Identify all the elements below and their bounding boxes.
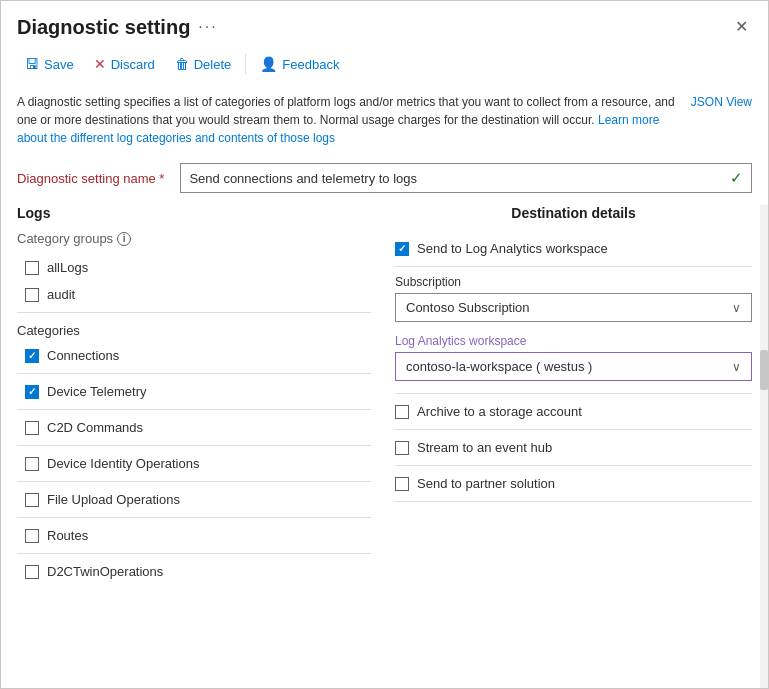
setting-name-label: Diagnostic setting name * (17, 171, 164, 186)
delete-button[interactable]: 🗑 Delete (167, 51, 240, 77)
checkbox-file-upload: File Upload Operations (17, 486, 371, 513)
scrollbar-track (760, 205, 768, 688)
dest-div1 (395, 266, 752, 267)
delete-label: Delete (194, 57, 232, 72)
file-upload-label: File Upload Operations (47, 492, 180, 507)
div1 (17, 373, 371, 374)
partner-checkbox[interactable] (395, 477, 409, 491)
scrollbar-thumb[interactable] (760, 350, 768, 390)
logs-panel: Logs Category groups i allLogs audit Cat… (17, 205, 387, 688)
setting-name-row: Diagnostic setting name * Send connectio… (1, 155, 768, 205)
dest-div3 (395, 429, 752, 430)
valid-check-icon: ✓ (730, 169, 743, 187)
dest-div5 (395, 501, 752, 502)
subscription-dropdown[interactable]: Contoso Subscription ∨ (395, 293, 752, 322)
checkbox-routes: Routes (17, 522, 371, 549)
info-text: A diagnostic setting specifies a list of… (17, 93, 675, 147)
connections-checkbox[interactable] (25, 349, 39, 363)
close-button[interactable]: ✕ (731, 15, 752, 39)
div3 (17, 445, 371, 446)
device-identity-label: Device Identity Operations (47, 456, 199, 471)
checkbox-c2d: C2D Commands (17, 414, 371, 441)
storage-checkbox[interactable] (395, 405, 409, 419)
checkbox-device-telemetry: Device Telemetry (17, 378, 371, 405)
category-groups-label: Category groups i (17, 231, 371, 246)
delete-icon: 🗑 (175, 56, 189, 72)
log-analytics-checkbox[interactable] (395, 242, 409, 256)
discard-label: Discard (111, 57, 155, 72)
workspace-dropdown[interactable]: contoso-la-workspace ( westus ) ∨ (395, 352, 752, 381)
event-hub-row: Stream to an event hub (395, 432, 752, 463)
div6 (17, 553, 371, 554)
feedback-label: Feedback (282, 57, 339, 72)
workspace-group: Log Analytics workspace contoso-la-works… (395, 334, 752, 381)
setting-name-field[interactable]: Send connections and telemetry to logs ✓ (180, 163, 752, 193)
destination-panel: Destination details Send to Log Analytic… (387, 205, 752, 688)
workspace-value: contoso-la-workspace ( westus ) (406, 359, 592, 374)
d2c-twin-checkbox[interactable] (25, 565, 39, 579)
toolbar-separator (245, 54, 246, 74)
title-ellipsis: ··· (198, 18, 217, 36)
groups-divider (17, 312, 371, 313)
storage-label: Archive to a storage account (417, 404, 582, 419)
routes-label: Routes (47, 528, 88, 543)
main-content: Logs Category groups i allLogs audit Cat… (1, 205, 768, 688)
info-icon[interactable]: i (117, 232, 131, 246)
feedback-button[interactable]: 👤 Feedback (252, 51, 347, 77)
checkbox-d2c-twin: D2CTwinOperations (17, 558, 371, 585)
main-area: Logs Category groups i allLogs audit Cat… (1, 205, 768, 688)
info-description: A diagnostic setting specifies a list of… (17, 95, 675, 127)
setting-name-value: Send connections and telemetry to logs (189, 171, 726, 186)
device-identity-checkbox[interactable] (25, 457, 39, 471)
connections-label: Connections (47, 348, 119, 363)
all-logs-label: allLogs (47, 260, 88, 275)
routes-checkbox[interactable] (25, 529, 39, 543)
checkbox-all-logs: allLogs (17, 254, 371, 281)
checkbox-device-identity: Device Identity Operations (17, 450, 371, 477)
c2d-label: C2D Commands (47, 420, 143, 435)
event-hub-label: Stream to an event hub (417, 440, 552, 455)
checkbox-connections: Connections (17, 342, 371, 369)
workspace-label: Log Analytics workspace (395, 334, 752, 348)
workspace-arrow-icon: ∨ (732, 360, 741, 374)
categories-title: Categories (17, 323, 371, 338)
subscription-arrow-icon: ∨ (732, 301, 741, 315)
event-hub-checkbox[interactable] (395, 441, 409, 455)
subscription-group: Subscription Contoso Subscription ∨ (395, 275, 752, 322)
save-label: Save (44, 57, 74, 72)
file-upload-checkbox[interactable] (25, 493, 39, 507)
discard-icon: ✕ (94, 56, 106, 72)
d2c-twin-label: D2CTwinOperations (47, 564, 163, 579)
device-telemetry-label: Device Telemetry (47, 384, 146, 399)
diagnostic-setting-dialog: Diagnostic setting ··· ✕ 🖫 Save ✕ Discar… (0, 0, 769, 689)
div5 (17, 517, 371, 518)
subscription-label: Subscription (395, 275, 752, 289)
destination-section-title: Destination details (395, 205, 752, 221)
dest-div4 (395, 465, 752, 466)
info-bar: A diagnostic setting specifies a list of… (1, 85, 768, 155)
log-analytics-label: Send to Log Analytics workspace (417, 241, 608, 256)
checkbox-audit: audit (17, 281, 371, 308)
toolbar: 🖫 Save ✕ Discard 🗑 Delete 👤 Feedback (1, 47, 768, 85)
save-icon: 🖫 (25, 56, 39, 72)
audit-checkbox[interactable] (25, 288, 39, 302)
all-logs-checkbox[interactable] (25, 261, 39, 275)
save-button[interactable]: 🖫 Save (17, 51, 82, 77)
div4 (17, 481, 371, 482)
dialog-title: Diagnostic setting (17, 16, 190, 39)
c2d-checkbox[interactable] (25, 421, 39, 435)
subscription-value: Contoso Subscription (406, 300, 530, 315)
partner-row: Send to partner solution (395, 468, 752, 499)
dest-div2 (395, 393, 752, 394)
div2 (17, 409, 371, 410)
device-telemetry-checkbox[interactable] (25, 385, 39, 399)
discard-button[interactable]: ✕ Discard (86, 51, 163, 77)
title-bar: Diagnostic setting ··· ✕ (1, 1, 768, 47)
json-view-link[interactable]: JSON View (691, 93, 752, 111)
feedback-icon: 👤 (260, 56, 277, 72)
required-marker: * (156, 171, 165, 186)
audit-label: audit (47, 287, 75, 302)
storage-row: Archive to a storage account (395, 396, 752, 427)
partner-label: Send to partner solution (417, 476, 555, 491)
logs-section-title: Logs (17, 205, 371, 221)
